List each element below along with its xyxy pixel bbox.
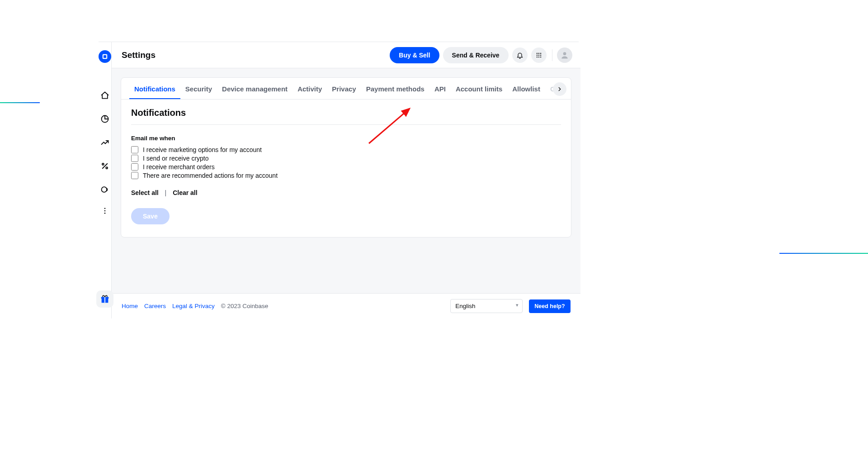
tab-device-management[interactable]: Device management: [217, 78, 292, 99]
tab-activity[interactable]: Activity: [292, 78, 327, 99]
tabs-scroll-right-button[interactable]: [553, 82, 566, 96]
tab-api[interactable]: API: [429, 78, 451, 99]
language-selected: English: [455, 303, 475, 309]
svg-point-17: [536, 54, 537, 55]
tab-account-limits[interactable]: Account limits: [451, 78, 507, 99]
svg-point-7: [102, 187, 107, 192]
checkbox-label: I send or receive crypto: [143, 155, 209, 162]
svg-point-5: [102, 163, 104, 165]
decorative-edge-left: [0, 102, 40, 103]
clear-all-link[interactable]: Clear all: [173, 189, 197, 196]
topbar: Settings Buy & Sell Send & Receive: [112, 42, 580, 68]
checkbox-merchant[interactable]: [131, 163, 138, 171]
select-clear-row: Select all | Clear all: [131, 189, 561, 196]
left-rail: [99, 42, 112, 318]
svg-point-6: [106, 167, 108, 169]
checkbox-row-merchant[interactable]: I receive merchant orders: [131, 163, 561, 171]
checkbox-row-send-receive[interactable]: I send or receive crypto: [131, 155, 561, 162]
tab-notifications[interactable]: Notifications: [129, 78, 180, 99]
separator: |: [165, 189, 167, 196]
content-area: Notifications Security Device management…: [112, 68, 580, 293]
page-title: Settings: [122, 50, 390, 60]
svg-point-9: [104, 210, 106, 212]
checkbox-label: There are recommended actions for my acc…: [143, 172, 278, 179]
apps-grid-icon[interactable]: [531, 48, 547, 63]
tab-payment-methods[interactable]: Payment methods: [361, 78, 429, 99]
checkbox-label: I receive merchant orders: [143, 163, 215, 171]
svg-point-14: [536, 52, 537, 53]
circle-dot-icon[interactable]: [100, 185, 110, 195]
footer-copyright: © 2023 Coinbase: [221, 303, 269, 309]
svg-line-4: [103, 164, 108, 169]
divider: [552, 49, 552, 61]
main-column: Settings Buy & Sell Send & Receive Notif…: [112, 42, 580, 318]
footer-careers-link[interactable]: Careers: [144, 303, 166, 309]
select-all-link[interactable]: Select all: [131, 189, 159, 196]
checkbox-recommended[interactable]: [131, 172, 138, 179]
home-icon[interactable]: [100, 90, 110, 100]
svg-point-19: [540, 54, 541, 55]
svg-rect-13: [104, 297, 105, 303]
svg-point-8: [104, 208, 106, 209]
save-button[interactable]: Save: [131, 208, 170, 224]
panel-heading: Notifications: [131, 108, 561, 125]
language-select[interactable]: English: [450, 299, 523, 313]
checkbox-send-receive[interactable]: [131, 155, 138, 162]
svg-rect-2: [104, 55, 106, 58]
decorative-edge-right: [779, 253, 868, 254]
footer-legal-link[interactable]: Legal & Privacy: [172, 303, 215, 309]
gift-icon[interactable]: [96, 290, 113, 308]
tab-privacy[interactable]: Privacy: [327, 78, 361, 99]
checkbox-label: I receive marketing options for my accou…: [143, 146, 262, 153]
send-receive-button[interactable]: Send & Receive: [443, 47, 509, 63]
settings-tabs: Notifications Security Device management…: [121, 78, 571, 100]
footer: Home Careers Legal & Privacy © 2023 Coin…: [112, 293, 580, 318]
coinbase-logo-icon[interactable]: [99, 50, 111, 63]
buy-sell-button[interactable]: Buy & Sell: [390, 47, 439, 63]
svg-point-16: [540, 52, 541, 53]
trending-up-icon[interactable]: [100, 138, 110, 147]
pie-chart-icon[interactable]: [100, 114, 110, 124]
settings-card: Notifications Security Device management…: [121, 77, 571, 238]
tab-allowlist[interactable]: Allowlist: [507, 78, 545, 99]
checkbox-row-recommended[interactable]: There are recommended actions for my acc…: [131, 172, 561, 179]
svg-point-20: [536, 56, 537, 57]
svg-point-22: [540, 56, 541, 57]
percent-icon[interactable]: [100, 161, 110, 171]
notifications-panel: Notifications Email me when I receive ma…: [121, 100, 571, 237]
footer-home-link[interactable]: Home: [122, 303, 138, 309]
svg-point-10: [104, 213, 106, 214]
notifications-bell-icon[interactable]: [512, 48, 528, 63]
app-frame: Settings Buy & Sell Send & Receive Notif…: [99, 42, 579, 318]
need-help-button[interactable]: Need help?: [529, 299, 570, 313]
tab-security[interactable]: Security: [180, 78, 217, 99]
svg-point-15: [538, 52, 539, 53]
svg-point-21: [538, 56, 539, 57]
svg-point-18: [538, 54, 539, 55]
more-vertical-icon[interactable]: [100, 206, 110, 216]
checkbox-marketing[interactable]: [131, 146, 138, 153]
email-subhead: Email me when: [131, 135, 561, 142]
avatar[interactable]: [557, 48, 572, 63]
svg-point-23: [563, 52, 566, 55]
checkbox-row-marketing[interactable]: I receive marketing options for my accou…: [131, 146, 561, 153]
